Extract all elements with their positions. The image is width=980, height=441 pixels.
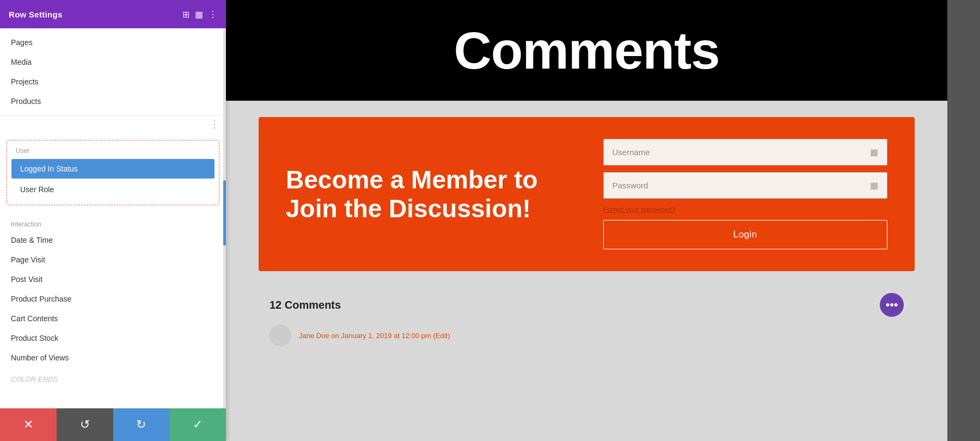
- fab-button[interactable]: •••: [880, 293, 904, 317]
- undo-icon: ↺: [80, 418, 90, 432]
- bottom-toolbar: ✕ ↺ ↻ ✓: [0, 408, 226, 441]
- menu-item-post-visit[interactable]: Post Visit: [0, 270, 226, 289]
- menu-item-product-purchase[interactable]: Product Purchase: [0, 289, 226, 309]
- username-icon: ▦: [870, 147, 878, 157]
- comments-section: 12 Comments ••• Jane Doe on January 1, 2…: [259, 293, 915, 350]
- comment-meta: Jane Doe on January 1, 2019 at 12:00 pm …: [299, 332, 450, 340]
- cancel-button[interactable]: ✕: [0, 408, 57, 441]
- menu-item-number-of-views[interactable]: Number of Views: [0, 348, 226, 367]
- top-menu: Pages Media Projects Products: [0, 28, 226, 116]
- menu-item-user-role[interactable]: User Role: [11, 180, 215, 199]
- username-label: Username: [612, 148, 650, 157]
- menu-item-date-time[interactable]: Date & Time: [0, 230, 226, 250]
- membership-box: Become a Member to Join the Discussion! …: [259, 117, 915, 271]
- section-more-icon[interactable]: ⋮: [210, 118, 219, 130]
- content-area: Become a Member to Join the Discussion! …: [226, 101, 947, 441]
- interaction-section: Interaction Date & Time Page Visit Post …: [0, 213, 226, 371]
- cancel-icon: ✕: [23, 418, 33, 432]
- interaction-section-label: Interaction: [0, 216, 226, 230]
- panel-title: Row Settings: [9, 10, 63, 19]
- grid-icon[interactable]: ⊞: [182, 9, 189, 20]
- panel-header: Row Settings ⊞ ▦ ⋮: [0, 0, 226, 28]
- user-section-label: User: [9, 145, 217, 158]
- more-icon[interactable]: ⋮: [209, 9, 217, 20]
- menu-item-media[interactable]: Media: [0, 52, 226, 72]
- comment-item: Jane Doe on January 1, 2019 at 12:00 pm …: [270, 321, 904, 350]
- membership-heading: Become a Member to Join the Discussion!: [286, 166, 571, 223]
- dots-icon: •••: [885, 298, 898, 312]
- menu-item-page-visit[interactable]: Page Visit: [0, 250, 226, 270]
- far-right-panel: [947, 0, 980, 441]
- forgot-password-link[interactable]: Forgot your password?: [603, 205, 888, 213]
- hero-section: Comments: [226, 0, 947, 101]
- membership-form: Username ▦ Password ▦ Forgot your passwo…: [603, 139, 888, 249]
- panel-scroll: Pages Media Projects Products ⋮ User Log…: [0, 28, 226, 441]
- username-input[interactable]: Username ▦: [603, 139, 888, 166]
- comments-count: 12 Comments: [270, 299, 341, 311]
- hero-title: Comments: [454, 21, 719, 81]
- user-section: User Logged In Status User Role: [7, 140, 219, 205]
- menu-item-cart-contents[interactable]: Cart Contents: [0, 309, 226, 328]
- redo-button[interactable]: ↻: [113, 408, 170, 441]
- columns-icon[interactable]: ▦: [195, 9, 203, 20]
- check-icon: ✓: [193, 418, 203, 432]
- menu-item-pages[interactable]: Pages: [0, 33, 226, 52]
- scrollbar-track: [223, 28, 226, 408]
- panel-header-icons: ⊞ ▦ ⋮: [182, 9, 217, 20]
- membership-text: Become a Member to Join the Discussion!: [286, 139, 571, 249]
- scrollbar-thumb[interactable]: [223, 180, 226, 246]
- login-button[interactable]: Login: [603, 220, 888, 249]
- password-label: Password: [612, 181, 648, 190]
- save-button[interactable]: ✓: [169, 408, 226, 441]
- bottom-partial-text: COLOR ENDS: [0, 371, 226, 388]
- menu-item-projects[interactable]: Projects: [0, 72, 226, 91]
- password-icon: ▦: [870, 180, 878, 191]
- left-panel: Row Settings ⊞ ▦ ⋮ Pages Media Projects …: [0, 0, 226, 441]
- comments-header: 12 Comments •••: [270, 293, 904, 317]
- right-content: Comments Become a Member to Join the Dis…: [226, 0, 947, 441]
- undo-button[interactable]: ↺: [57, 408, 113, 441]
- redo-icon: ↻: [136, 418, 146, 432]
- menu-item-logged-in-status[interactable]: Logged In Status: [11, 159, 215, 179]
- menu-item-products[interactable]: Products: [0, 91, 226, 111]
- comment-avatar: [270, 324, 291, 346]
- password-input[interactable]: Password ▦: [603, 172, 888, 199]
- menu-item-product-stock[interactable]: Product Stock: [0, 328, 226, 348]
